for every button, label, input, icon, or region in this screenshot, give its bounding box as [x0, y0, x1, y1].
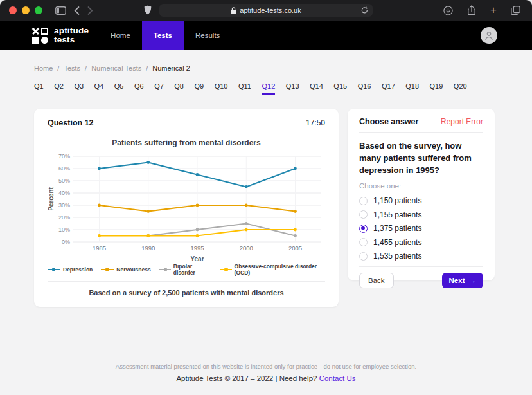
svg-text:1995: 1995 — [190, 244, 204, 252]
question-tab-q2[interactable]: Q2 — [54, 82, 64, 95]
legend-label: Obsessive-compulsive disorder (OCD) — [235, 263, 325, 276]
next-button[interactable]: Next → — [442, 273, 483, 288]
nav-menu: HomeTestsResults — [99, 21, 231, 50]
profile-avatar[interactable] — [481, 27, 497, 44]
legend-item: Bipolar disorder — [159, 263, 212, 276]
nav-item-results[interactable]: Results — [184, 21, 231, 50]
radio-icon[interactable] — [359, 238, 368, 246]
tabs-overview-button[interactable] — [507, 3, 524, 18]
chart-legend: DepressionNervousnessBipolar disorderObs… — [48, 263, 325, 276]
question-tab-q14[interactable]: Q14 — [310, 82, 323, 95]
svg-text:50%: 50% — [58, 178, 70, 184]
arrow-right-icon: → — [469, 277, 477, 284]
breadcrumb: Home/Tests/Numerical Tests/Numerical 2 — [34, 50, 498, 72]
question-tab-q3[interactable]: Q3 — [74, 82, 84, 95]
legend-item: Obsessive-compulsive disorder (OCD) — [220, 263, 325, 276]
downloads-button[interactable] — [439, 3, 457, 18]
answer-option[interactable]: 1,155 patients — [359, 210, 483, 219]
url-bar[interactable]: aptitude-tests.co.uk — [159, 4, 373, 17]
chart-svg: 0%10%20%30%40%50%60%70%19851990199520002… — [48, 149, 325, 263]
logo-icon — [32, 28, 48, 44]
footer-disclaimer: Assessment material presented on this we… — [0, 363, 532, 370]
question-card: Question 12 17:50 Patients suffering fro… — [34, 109, 339, 307]
forward-button[interactable] — [84, 3, 97, 18]
answer-divider — [359, 132, 483, 133]
question-tab-q6[interactable]: Q6 — [134, 82, 144, 95]
choose-one-label: Choose one: — [359, 182, 483, 190]
browser-window: aptitude-tests.co.uk + aptitudete — [0, 0, 532, 395]
page-content: Home/Tests/Numerical Tests/Numerical 2 Q… — [0, 50, 532, 395]
new-tab-button[interactable]: + — [486, 3, 501, 18]
breadcrumb-separator: / — [85, 64, 87, 72]
question-tab-q11[interactable]: Q11 — [238, 82, 251, 95]
question-tab-q18[interactable]: Q18 — [405, 82, 419, 95]
question-tab-q4[interactable]: Q4 — [94, 82, 104, 95]
question-tab-q10[interactable]: Q10 — [215, 82, 228, 95]
svg-text:10%: 10% — [58, 226, 70, 233]
question-tab-q19[interactable]: Q19 — [430, 82, 443, 95]
question-tab-q8[interactable]: Q8 — [174, 82, 184, 95]
answer-options: 1,150 patients1,155 patients1,375 patien… — [359, 196, 483, 261]
question-tab-q17[interactable]: Q17 — [382, 82, 395, 95]
option-label: 1,455 patients — [373, 238, 421, 247]
question-tab-q9[interactable]: Q9 — [195, 82, 204, 95]
answer-option[interactable]: 1,150 patients — [359, 196, 483, 205]
question-tab-q13[interactable]: Q13 — [286, 82, 299, 95]
question-tab-q7[interactable]: Q7 — [154, 82, 164, 95]
question-tab-q20[interactable]: Q20 — [454, 82, 467, 95]
privacy-shield-icon[interactable] — [144, 5, 152, 17]
logo-text: aptitudetests — [54, 26, 89, 44]
back-button[interactable] — [70, 3, 84, 18]
nav-item-home[interactable]: Home — [99, 21, 142, 50]
buttons-row: Back Next → — [359, 273, 483, 288]
share-icon — [467, 5, 476, 15]
breadcrumb-item[interactable]: Home — [34, 64, 53, 72]
share-button[interactable] — [463, 3, 480, 18]
breadcrumb-item[interactable]: Tests — [64, 64, 80, 72]
question-tab-q12[interactable]: Q12 — [262, 82, 275, 95]
breadcrumb-item: Numerical 2 — [152, 64, 190, 72]
legend-label: Depression — [63, 266, 93, 273]
sidebar-toggle-button[interactable] — [51, 3, 70, 18]
site-navbar: aptitudetests HomeTestsResults — [0, 21, 532, 50]
answer-option[interactable]: 1,535 patients — [359, 252, 483, 261]
traffic-light-zoom[interactable] — [35, 6, 42, 14]
window-controls — [9, 6, 42, 14]
report-error-link[interactable]: Report Error — [441, 117, 483, 126]
question-tabs: Q1Q2Q3Q4Q5Q6Q7Q8Q9Q10Q11Q12Q13Q14Q15Q16Q… — [34, 82, 498, 95]
traffic-light-close[interactable] — [9, 6, 17, 14]
back-button-quiz[interactable]: Back — [359, 273, 394, 288]
radio-icon[interactable] — [359, 197, 368, 205]
breadcrumb-item[interactable]: Numerical Tests — [91, 64, 141, 72]
plus-icon: + — [490, 4, 497, 17]
radio-icon[interactable] — [359, 210, 368, 219]
question-tab-q1[interactable]: Q1 — [34, 82, 44, 95]
question-tab-q15[interactable]: Q15 — [333, 82, 347, 95]
legend-item: Depression — [48, 266, 93, 273]
legend-item: Nervousness — [101, 266, 150, 273]
refresh-button[interactable] — [361, 6, 368, 14]
question-tab-q5[interactable]: Q5 — [114, 82, 124, 95]
option-label: 1,155 patients — [373, 210, 421, 219]
radio-icon[interactable] — [359, 252, 368, 261]
radio-selected-icon[interactable] — [359, 225, 368, 233]
nav-item-tests[interactable]: Tests — [142, 21, 184, 50]
answer-option[interactable]: 1,375 patients — [359, 224, 483, 233]
legend-marker-icon — [101, 269, 114, 270]
question-title: Question 12 — [48, 118, 94, 127]
answer-option[interactable]: 1,455 patients — [359, 238, 483, 247]
contact-us-link[interactable]: Contact Us — [319, 374, 356, 382]
footer: Assessment material presented on this we… — [0, 363, 532, 382]
question-tab-q16[interactable]: Q16 — [358, 82, 371, 95]
answer-card-header: Choose answer Report Error — [359, 117, 483, 126]
option-label: 1,150 patients — [373, 196, 421, 205]
legend-marker-icon — [48, 269, 60, 270]
svg-text:60%: 60% — [58, 165, 70, 172]
legend-marker-icon — [159, 269, 171, 270]
svg-text:2005: 2005 — [288, 244, 302, 252]
legend-marker-icon — [220, 269, 231, 270]
site-logo[interactable]: aptitudetests — [32, 21, 89, 50]
svg-text:40%: 40% — [58, 190, 70, 196]
question-text: Based on the survey, how many patients s… — [359, 140, 483, 176]
traffic-light-minimize[interactable] — [22, 6, 30, 14]
